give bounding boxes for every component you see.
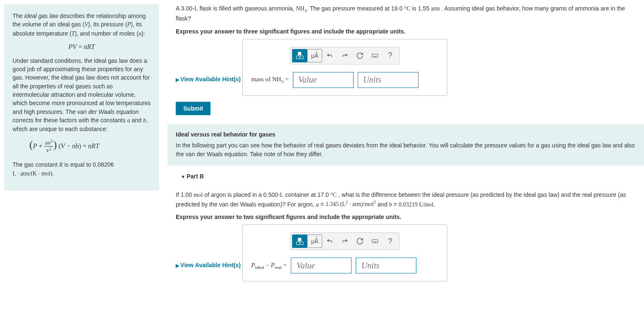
reset-icon[interactable]	[352, 235, 367, 248]
keyboard-icon[interactable]	[367, 49, 382, 62]
sidebar-gas-constant: The gas constant R is equal to 0.08206 L…	[13, 160, 151, 178]
reset-icon[interactable]	[352, 49, 367, 62]
banner-text: In the following part you can see how th…	[176, 141, 636, 159]
submit-button[interactable]: Submit	[176, 102, 210, 115]
part-a-question: A 3.00-L flask is filled with gaseous am…	[176, 4, 636, 23]
value-input[interactable]	[293, 72, 354, 88]
sidebar-intro: The ideal gas law describes the relation…	[13, 12, 151, 38]
value-input-b[interactable]	[291, 258, 352, 273]
redo-icon[interactable]	[337, 235, 352, 248]
equation-van-der-waals: (P + an2V2) (V − nb) = nRT	[13, 139, 151, 155]
part-a-instruction: Express your answer to three significant…	[176, 28, 636, 35]
part-b-instruction: Express your answer to two significant f…	[176, 214, 636, 220]
units-tool-button[interactable]: μÅ°	[307, 235, 322, 248]
redo-icon[interactable]	[337, 49, 352, 62]
svg-rect-7	[372, 240, 378, 243]
answer-toolbar-b: μÅ° ?	[290, 232, 400, 250]
main-content: A 3.00-L flask is filled with gaseous am…	[176, 4, 636, 287]
part-b-header[interactable]: Part B	[181, 173, 636, 180]
help-icon[interactable]: ?	[382, 49, 398, 62]
view-hints-link-b[interactable]: View Available Hint(s)	[176, 262, 241, 268]
keyboard-icon[interactable]	[367, 235, 382, 248]
undo-icon[interactable]	[322, 49, 337, 62]
fraction-tool-icon[interactable]	[292, 235, 307, 248]
answer-toolbar: μÅ° ?	[290, 47, 400, 64]
units-tool-button[interactable]: μÅ°	[307, 49, 322, 62]
help-icon[interactable]: ?	[382, 235, 398, 248]
fraction-tool-icon[interactable]	[292, 49, 307, 62]
units-input-b[interactable]	[356, 258, 416, 273]
answer-label-b: Pideal − Preal =	[251, 262, 287, 270]
banner-title: Ideal versus real behavior for gases	[176, 131, 636, 138]
sidebar-theory: The ideal gas law describes the relation…	[4, 4, 159, 191]
info-banner: Ideal versus real behavior for gases In …	[167, 124, 644, 165]
equation-ideal-gas: PV = nRT	[13, 43, 151, 51]
part-b-question: If 1.00 mol of argon is placed in a 0.50…	[176, 191, 636, 209]
answer-box-a: μÅ° ? mass of NH3 =	[242, 39, 447, 96]
units-input[interactable]	[358, 72, 418, 88]
sidebar-para2: Under standard conditions, the ideal gas…	[13, 57, 151, 134]
answer-label-a: mass of NH3 =	[251, 76, 289, 84]
undo-icon[interactable]	[322, 235, 337, 248]
svg-rect-0	[372, 54, 378, 57]
answer-box-b: μÅ° ? Pideal − Preal =	[242, 224, 447, 281]
view-hints-link[interactable]: View Available Hint(s)	[176, 76, 241, 82]
